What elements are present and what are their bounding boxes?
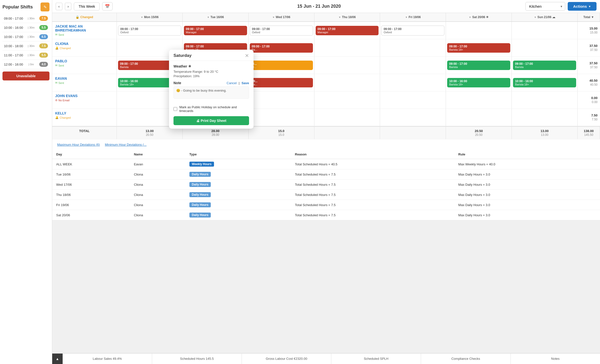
- shift-cell[interactable]: [314, 109, 380, 126]
- shift-block[interactable]: Ti... Al...: [250, 61, 313, 70]
- shift-cell[interactable]: [380, 57, 446, 74]
- shift-cell[interactable]: 09... Ba...: [249, 74, 314, 91]
- prev-week-button[interactable]: ‹: [56, 3, 62, 10]
- note-save-link[interactable]: Save: [242, 81, 249, 85]
- actions-button[interactable]: Actions: [568, 2, 597, 11]
- employee-name[interactable]: JACKIE MAC AN BHREITHEAMHAN: [55, 24, 114, 32]
- header-thu[interactable]: ▼ Thu 18/06: [314, 13, 380, 21]
- shift-cell[interactable]: [512, 109, 578, 126]
- shift-block[interactable]: 09:00 - 17:00 Barista: [447, 61, 510, 70]
- shift-cell[interactable]: [314, 91, 380, 109]
- shift-cell[interactable]: [446, 22, 512, 39]
- shift-cell[interactable]: [512, 22, 578, 39]
- dev-rule: Max Daily Hours = 3.0: [454, 190, 600, 200]
- shift-cell[interactable]: 09:00 - 17:00 Manager: [314, 22, 380, 39]
- bottom-toggle-button[interactable]: ▲: [52, 354, 63, 364]
- shift-time-text: 09:00 - 17:00: [318, 27, 377, 31]
- note-text: 😊 - Going to be busy this evening.: [173, 86, 249, 99]
- note-cancel-link[interactable]: Cancel: [227, 81, 237, 85]
- shift-block[interactable]: 09:00 - 17:00 Oxford: [381, 26, 444, 36]
- shift-item[interactable]: 11:00 - 17:00 | 30m 5.5: [2, 51, 49, 60]
- dev-day: Tue 16/06: [52, 169, 130, 180]
- row-total: 40.5040.50: [578, 74, 600, 91]
- header-fri[interactable]: ▼ Fri 19/06: [380, 13, 446, 21]
- employee-name[interactable]: EAVAN: [55, 76, 114, 80]
- shift-cell[interactable]: 09:00 - 17:00 Oxford: [380, 22, 446, 39]
- shift-block[interactable]: 10:00 - 16:00 Barista 18+: [513, 78, 576, 87]
- shift-cell[interactable]: [249, 91, 314, 109]
- header-wed[interactable]: ▼ Wed 17/06: [249, 13, 314, 21]
- shift-cell[interactable]: 09:00 - 17:00 Barista 18+: [446, 39, 512, 56]
- shift-cell[interactable]: [446, 109, 512, 126]
- total-sub-value: 0.00: [580, 100, 598, 104]
- shift-cell[interactable]: 09:00 - 17:00 Manager: [183, 22, 249, 39]
- location-select[interactable]: Kitchen: [525, 2, 565, 11]
- popup-close-button[interactable]: ✕: [245, 53, 249, 58]
- employee-name[interactable]: PABLO: [55, 59, 114, 63]
- print-day-sheet-button[interactable]: 🖨 Print Day Sheet: [173, 116, 249, 125]
- shift-block[interactable]: 10:00 - 16:00 Barista 18+: [447, 78, 510, 87]
- shift-cell[interactable]: [446, 91, 512, 109]
- note-actions: Cancel | Save: [227, 81, 249, 85]
- max-deviations-link[interactable]: Maximum Hour Deviations (6): [57, 143, 100, 146]
- shift-role-text: Barista 18+: [515, 83, 574, 86]
- employee-name[interactable]: CLIONA: [55, 42, 114, 46]
- shift-cell[interactable]: 09:00 - 17:00 Oxford: [117, 22, 183, 39]
- shift-item[interactable]: 10:00 - 18:00 | 30m 7.5: [2, 41, 49, 51]
- shift-cell[interactable]: [512, 39, 578, 56]
- shift-cell[interactable]: [249, 109, 314, 126]
- shift-cell[interactable]: [380, 109, 446, 126]
- edit-shifts-button[interactable]: ✎: [41, 2, 49, 11]
- shift-block[interactable]: 09:00 - 17:00 Manager: [316, 26, 379, 35]
- shift-item[interactable]: 09:00 - 17:00 | 30m 7.5: [2, 14, 49, 23]
- shift-cell[interactable]: [314, 74, 380, 91]
- header-sun[interactable]: ▼ Sun 21/06 ☁: [512, 13, 578, 21]
- public-holiday-checkbox[interactable]: [173, 107, 177, 111]
- shift-cell[interactable]: [512, 91, 578, 109]
- dev-reason: Total Scheduled Hours = 7.5: [291, 190, 454, 200]
- shift-cell[interactable]: [380, 91, 446, 109]
- header-sat[interactable]: ▼ Sat 20/06 ☀: [446, 13, 512, 21]
- main-area: ‹ › This Week 📅 15 Jun - 21 Jun 2020 Kit…: [52, 0, 600, 364]
- weather-label: Weather ☀: [173, 64, 191, 68]
- shift-item[interactable]: 10:00 - 16:00 | 30m 5.5: [2, 23, 49, 32]
- shift-block[interactable]: 09... Ba...: [250, 78, 313, 87]
- shift-block[interactable]: 09:00 - 17:00 Ba...: [250, 43, 313, 53]
- shift-cell[interactable]: 10:00 - 16:00 Barista 18+: [512, 74, 578, 91]
- employee-name[interactable]: KELLY: [55, 111, 114, 115]
- next-week-button[interactable]: ›: [65, 3, 72, 10]
- dev-type: Daily Hours: [185, 200, 291, 210]
- shift-cell[interactable]: [314, 39, 380, 56]
- header-mon[interactable]: ▼ Mon 15/06: [117, 13, 183, 21]
- shift-cell[interactable]: [380, 74, 446, 91]
- shift-time-text: 09:00 - 17:00: [120, 27, 179, 31]
- shift-break: | 30m: [28, 26, 35, 29]
- shift-block[interactable]: 09:00 - 17:00 Barista 18+: [447, 43, 510, 53]
- shift-block[interactable]: 09:00 - 17:00 Oxford: [250, 26, 313, 36]
- shift-cell[interactable]: [380, 39, 446, 56]
- schedule-header: 🔒 Changed ▼ Mon 15/06 ▼ Tue 16/06 ▼ Wed …: [52, 13, 600, 22]
- unavailable-button[interactable]: Unavailable: [2, 72, 49, 80]
- shift-item[interactable]: 10:00 - 17:00 | 30m 6.5: [2, 32, 49, 41]
- list-item: Sat 20/06 Cliona Daily Hours Total Sched…: [52, 210, 600, 220]
- shift-cell[interactable]: [314, 57, 380, 74]
- shift-block[interactable]: 09:00 - 17:00 Barista: [513, 61, 576, 70]
- shift-block[interactable]: 09:00 - 17:00 Manager: [184, 26, 247, 35]
- this-week-button[interactable]: This Week: [74, 2, 100, 10]
- shift-item[interactable]: 12:00 - 16:00 | 0m 4.0: [2, 60, 49, 69]
- shift-cell[interactable]: 09:00 - 17:00 Oxford: [249, 22, 314, 39]
- shift-cell[interactable]: 09:00 - 17:00 Barista: [446, 57, 512, 74]
- shift-block[interactable]: 09:00 - 17:00 Oxford: [118, 26, 181, 36]
- shift-cell[interactable]: 09:00 - 17:00 Ba...: [249, 39, 314, 56]
- shift-cell[interactable]: 09:00 - 17:00 Barista: [512, 57, 578, 74]
- dev-type: Weekly Hours: [185, 159, 291, 169]
- header-tue[interactable]: ▼ Tue 16/06: [183, 13, 249, 21]
- note-section: Note Cancel | Save 😊 - Going to be busy …: [173, 81, 249, 99]
- shift-cell[interactable]: Ti... Al...: [249, 57, 314, 74]
- min-deviations-link[interactable]: Minimum Hour Deviations (...: [105, 143, 147, 146]
- calendar-button[interactable]: 📅: [102, 2, 113, 10]
- header-total[interactable]: Total ▼: [578, 13, 600, 21]
- employee-status: ✉ Sent: [55, 64, 114, 67]
- shift-cell[interactable]: 10:00 - 16:00 Barista 18+: [446, 74, 512, 91]
- employee-name[interactable]: JOHN EVANS: [55, 94, 114, 98]
